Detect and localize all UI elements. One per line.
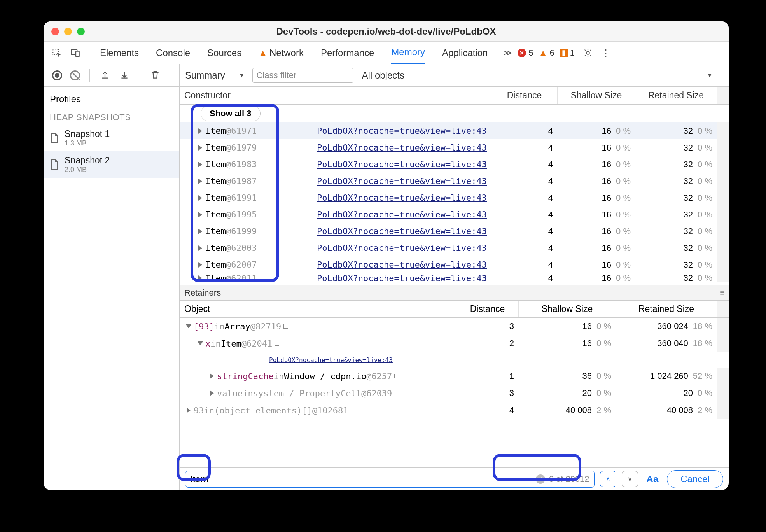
search-input[interactable]: [190, 474, 536, 485]
tab-console[interactable]: Console: [156, 42, 190, 64]
col-object[interactable]: Object: [180, 301, 456, 317]
source-link[interactable]: PoLdbOX?nocache=true&view=live:43: [317, 159, 487, 169]
heap-row[interactable]: Item @61991 PoLdbOX?nocache=true&view=li…: [180, 189, 729, 206]
clear-button[interactable]: [70, 70, 80, 80]
kebab-icon[interactable]: ⋮: [601, 47, 610, 58]
source-link[interactable]: PoLdbOX?nocache=true&view=live:43: [317, 243, 487, 253]
close-window-button[interactable]: [51, 28, 59, 35]
expand-icon[interactable]: [198, 275, 202, 281]
expand-icon[interactable]: [198, 195, 202, 201]
download-icon[interactable]: [119, 70, 129, 81]
search-prev-button[interactable]: ∧: [600, 471, 616, 487]
all-objects-select[interactable]: All objects: [362, 70, 404, 81]
col-retained[interactable]: Retained Size: [616, 301, 717, 317]
source-link[interactable]: PoLdbOX?nocache=true&view=live:43: [317, 193, 487, 203]
col-shallow[interactable]: Shallow Size: [519, 301, 616, 317]
device-toggle-icon[interactable]: [68, 46, 82, 60]
cell-distance: 4: [491, 189, 558, 206]
object-name: Item: [205, 143, 226, 152]
clear-icon[interactable]: ✕: [536, 474, 545, 484]
expand-icon[interactable]: [198, 229, 202, 234]
heap-row[interactable]: Item @61999 PoLdbOX?nocache=true&view=li…: [180, 223, 729, 240]
heap-snapshots-heading: HEAP SNAPSHOTS: [44, 110, 179, 125]
cell-retained: 1 024 26052 %: [616, 368, 717, 385]
upload-icon[interactable]: [100, 70, 110, 81]
heap-row[interactable]: Item @61971 PoLdbOX?nocache=true&view=li…: [180, 122, 729, 139]
col-distance[interactable]: Distance: [491, 87, 558, 104]
source-link[interactable]: PoLdbOX?nocache=true&view=live:43: [317, 126, 487, 136]
col-distance[interactable]: Distance: [456, 301, 519, 317]
source-link[interactable]: PoLdbOX?nocache=true&view=live:43: [317, 143, 487, 152]
cell-distance: 4: [491, 139, 558, 156]
snapshot-size: 2.0 MB: [65, 166, 110, 174]
minimize-window-button[interactable]: [64, 28, 72, 35]
source-link[interactable]: PoLdbOX?nocache=true&view=live:43: [317, 176, 487, 186]
expand-icon[interactable]: [210, 390, 214, 396]
snapshot-item[interactable]: Snapshot 11.3 MB: [44, 125, 179, 151]
retainer-row[interactable]: 93 in (object elements)[] @102681 4 40 0…: [180, 402, 729, 419]
expand-icon[interactable]: [198, 145, 202, 150]
expand-icon[interactable]: [198, 245, 202, 251]
retainer-row[interactable]: x in Item @62041 2 160 % 360 04018 %: [180, 335, 729, 352]
col-constructor[interactable]: Constructor: [180, 87, 491, 104]
inspect-icon[interactable]: [50, 46, 64, 60]
tab-performance[interactable]: Performance: [321, 42, 374, 64]
heap-row[interactable]: Item @61995 PoLdbOX?nocache=true&view=li…: [180, 206, 729, 223]
heap-row[interactable]: Item @62003 PoLdbOX?nocache=true&view=li…: [180, 240, 729, 256]
tab-elements[interactable]: Elements: [100, 42, 139, 64]
tab-network[interactable]: ▲Network: [259, 42, 304, 64]
tab-sources[interactable]: Sources: [207, 42, 241, 64]
source-link[interactable]: PoLdbOX?nocache=true&view=live:43: [269, 356, 393, 364]
retainer-row[interactable]: stringCache in Window / cdpn.io @6257 1 …: [180, 368, 729, 385]
heap-row[interactable]: Item @61979 PoLdbOX?nocache=true&view=li…: [180, 139, 729, 156]
expand-icon[interactable]: [210, 373, 214, 379]
chevron-down-icon[interactable]: ▼: [707, 72, 712, 79]
retainers-header[interactable]: Retainers ≡: [180, 285, 729, 301]
expand-icon[interactable]: [198, 128, 202, 134]
snapshot-item[interactable]: Snapshot 22.0 MB: [44, 151, 179, 178]
expand-icon[interactable]: [187, 408, 191, 413]
object-name: Item: [205, 243, 226, 253]
drag-handle-icon[interactable]: ≡: [720, 288, 725, 298]
source-link[interactable]: PoLdbOX?nocache=true&view=live:43: [317, 210, 487, 219]
col-retained[interactable]: Retained Size: [635, 87, 717, 104]
source-link[interactable]: PoLdbOX?nocache=true&view=live:43: [317, 260, 487, 270]
object-name: Window / cdpn.io: [284, 371, 366, 381]
error-badge[interactable]: ✕5: [518, 48, 533, 58]
retainer-row[interactable]: [93] in Array @82719 3 160 % 360 02418 %: [180, 318, 729, 335]
heap-row[interactable]: Item @62011 PoLdbOX?nocache=true&view=li…: [180, 273, 729, 282]
heap-row[interactable]: Item @62007 PoLdbOX?nocache=true&view=li…: [180, 256, 729, 273]
source-link[interactable]: PoLdbOX?nocache=true&view=live:43: [317, 273, 487, 282]
tab-memory[interactable]: Memory: [391, 42, 425, 64]
issues-badge[interactable]: ❚1: [560, 48, 575, 58]
gear-icon[interactable]: [581, 46, 595, 60]
error-icon: ✕: [518, 49, 526, 57]
cell-distance: 3: [456, 385, 519, 402]
object-name: Item: [205, 226, 226, 236]
warning-badge[interactable]: ▲6: [539, 48, 554, 58]
source-link[interactable]: PoLdbOX?nocache=true&view=live:43: [317, 226, 487, 236]
expand-icon[interactable]: [198, 262, 202, 268]
link-icon: [275, 341, 279, 346]
show-all-button[interactable]: Show all 3: [201, 106, 261, 121]
heap-row[interactable]: Item @61983 PoLdbOX?nocache=true&view=li…: [180, 156, 729, 173]
expand-icon[interactable]: [198, 212, 202, 217]
record-button[interactable]: [52, 70, 62, 80]
trash-icon[interactable]: [150, 70, 160, 81]
tab-application[interactable]: Application: [442, 42, 488, 64]
expand-icon[interactable]: [198, 341, 203, 345]
summary-select[interactable]: Summary ▼: [185, 70, 245, 81]
expand-icon[interactable]: [186, 324, 191, 328]
search-next-button[interactable]: ∨: [622, 471, 638, 487]
retainer-row[interactable]: value in system / PropertyCell @62039 3 …: [180, 385, 729, 402]
class-filter-input[interactable]: Class filter: [252, 68, 353, 83]
heap-row[interactable]: Item @61987 PoLdbOX?nocache=true&view=li…: [180, 173, 729, 189]
cancel-button[interactable]: Cancel: [667, 470, 723, 488]
match-case-toggle[interactable]: Aa: [647, 474, 659, 485]
maximize-window-button[interactable]: [77, 28, 85, 35]
window-title: DevTools - codepen.io/web-dot-dev/live/P…: [44, 26, 729, 37]
expand-icon[interactable]: [198, 162, 202, 167]
expand-icon[interactable]: [198, 178, 202, 184]
col-shallow[interactable]: Shallow Size: [558, 87, 635, 104]
more-tabs-icon[interactable]: ≫: [503, 48, 512, 58]
